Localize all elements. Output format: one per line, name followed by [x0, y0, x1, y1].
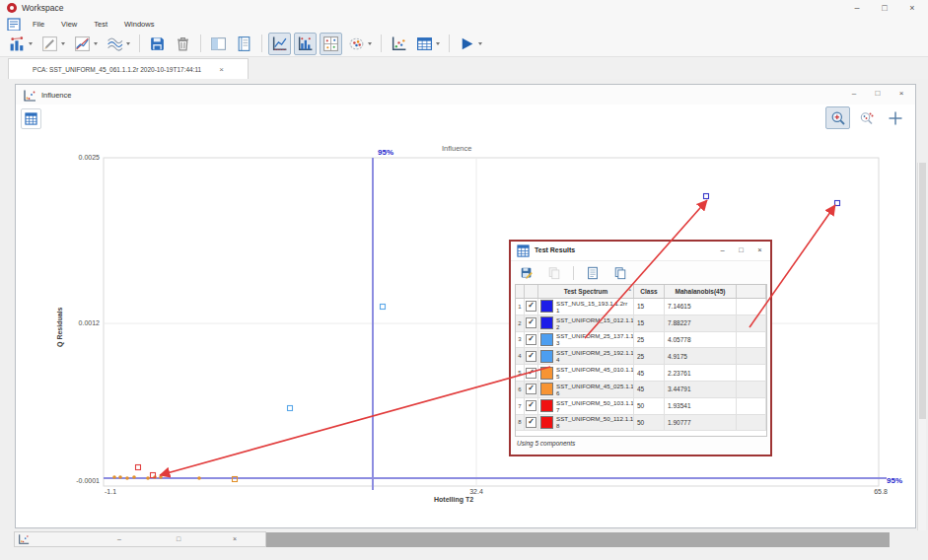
row-checkbox[interactable]: ✓: [526, 368, 536, 379]
scatter-button[interactable]: [388, 33, 410, 55]
table-row[interactable]: 5✓SST_UNIFORM_45_010.1.1.2rr5452.23761: [516, 365, 766, 382]
play-button[interactable]: [456, 33, 485, 55]
row-checkbox[interactable]: ✓: [526, 351, 536, 362]
sort-icon[interactable]: ▴: [628, 286, 631, 292]
table-row[interactable]: 2✓SST_UNIFORM_15_012.1.1.2rr2157.88227: [516, 315, 766, 332]
scatter-icon: [391, 35, 407, 52]
table-row[interactable]: 7✓SST_UNIFORM_50_103.1.1.2rr7501.93541: [516, 398, 766, 415]
menu-file[interactable]: File: [33, 20, 44, 29]
min-window-control-button[interactable]: □: [177, 532, 180, 546]
y-tick-label: 0.0012: [79, 319, 100, 326]
close-button[interactable]: ×: [890, 87, 913, 101]
plot-bars-icon: [297, 35, 314, 52]
row-checkbox[interactable]: ✓: [526, 301, 536, 312]
class-value: 25: [634, 332, 665, 348]
dropdown-caret-icon[interactable]: [436, 42, 440, 45]
plot-bars-button[interactable]: [294, 33, 317, 55]
spectrum-name: SST_NUS_15_193.1.1.2rr1: [556, 300, 627, 314]
row-checkbox[interactable]: ✓: [526, 334, 536, 345]
column-header-class[interactable]: Class: [634, 285, 665, 298]
class-color-swatch: [540, 316, 553, 329]
close-button[interactable]: ×: [750, 244, 769, 256]
column-header-test-spectrum[interactable]: Test Spectrum▴: [538, 285, 634, 298]
zoom-plus-button[interactable]: [825, 106, 850, 129]
column-header-label: Class: [640, 288, 657, 295]
dropdown-caret-icon[interactable]: [126, 42, 130, 45]
empty-cell: [737, 365, 766, 381]
table-row[interactable]: 8✓SST_UNIFORM_50_112.1.1.2rr8501.90777: [516, 415, 766, 432]
menu-bar: FileViewTestWindows: [0, 17, 928, 31]
report-button[interactable]: [583, 263, 603, 283]
row-number: 2: [516, 315, 525, 331]
tab-label: PCA: SST_UNIFORM_45_061.1.1.2r 2020-10-1…: [33, 66, 201, 73]
table-row[interactable]: 3✓SST_UNIFORM_25_137.1.1.2rr3254.05778: [516, 332, 766, 349]
dropdown-caret-icon[interactable]: [61, 42, 65, 45]
table-button[interactable]: [413, 33, 443, 55]
tab-strip: PCA: SST_UNIFORM_45_061.1.1.2r 2020-10-1…: [0, 57, 928, 80]
spectrum-name: SST_UNIFORM_50_103.1.1.2rr7: [556, 399, 634, 413]
row-checkbox[interactable]: ✓: [526, 317, 536, 328]
maximize-button[interactable]: □: [732, 244, 750, 256]
maximize-button[interactable]: □: [866, 87, 890, 101]
min-window-control-button[interactable]: ×: [233, 532, 237, 546]
crosshair-button[interactable]: [883, 106, 907, 129]
class-value: 15: [634, 315, 665, 331]
table-icon: [517, 245, 530, 257]
cluster-button[interactable]: [345, 33, 375, 55]
pencil-button[interactable]: [38, 33, 68, 55]
min-window-control-button[interactable]: –: [117, 532, 121, 546]
mahalanobis-value: 2.23761: [665, 365, 737, 381]
table-header-row: Test Spectrum▴ClassMahalanobis(45): [516, 285, 766, 299]
dropdown-caret-icon[interactable]: [29, 42, 33, 45]
vertical-scrollbar-thumb[interactable]: [919, 163, 926, 419]
menu-test[interactable]: Test: [94, 20, 107, 29]
journal-menu-icon[interactable]: [7, 18, 21, 30]
minimize-button[interactable]: –: [842, 87, 866, 101]
copy-gray-button[interactable]: [544, 263, 564, 283]
spectrum-cell: SST_UNIFORM_50_103.1.1.2rr7: [538, 398, 634, 414]
copy-blue-button[interactable]: [610, 263, 630, 283]
split-panel-button[interactable]: [207, 33, 230, 55]
dropdown-caret-icon[interactable]: [94, 42, 98, 45]
maximize-button[interactable]: □: [871, 1, 898, 15]
table-row[interactable]: 6✓SST_UNIFORM_45_025.1.1.2rr6453.44791: [516, 382, 766, 398]
horizontal-scrollbar[interactable]: [266, 532, 890, 547]
tab-pca[interactable]: PCA: SST_UNIFORM_45_061.1.1.2r 2020-10-1…: [8, 58, 249, 80]
chart-bars-button[interactable]: [6, 33, 36, 55]
journal-button[interactable]: [233, 33, 255, 55]
minimized-window-bar[interactable]: –□×: [14, 531, 266, 547]
row-checkbox[interactable]: ✓: [526, 384, 536, 394]
show-table-button[interactable]: [21, 108, 41, 129]
row-checkbox[interactable]: ✓: [526, 400, 536, 411]
line-chart-button[interactable]: [71, 33, 101, 55]
zoom-points-button[interactable]: [854, 106, 879, 129]
vertical-scrollbar[interactable]: [917, 163, 926, 560]
save-icon: [149, 35, 166, 52]
spectra-button[interactable]: [104, 33, 133, 55]
minimize-button[interactable]: –: [713, 244, 732, 256]
spectrum-cell: SST_UNIFORM_15_012.1.1.2rr2: [538, 315, 634, 331]
dropdown-caret-icon[interactable]: [368, 42, 372, 45]
dropdown-caret-icon[interactable]: [478, 42, 482, 45]
table-row[interactable]: 4✓SST_UNIFORM_25_192.1.1.2rr4254.9175: [516, 348, 766, 365]
menu-view[interactable]: View: [61, 20, 77, 29]
checkbox-cell: ✓: [525, 348, 538, 364]
close-button[interactable]: ×: [898, 1, 926, 15]
class-color-swatch: [540, 333, 553, 346]
menu-windows[interactable]: Windows: [124, 20, 154, 29]
split-panel-icon: [210, 35, 227, 52]
empty-cell: [737, 382, 766, 397]
table-row[interactable]: 1✓SST_NUS_15_193.1.1.2rr1157.14615: [516, 299, 766, 315]
plot-quad-button[interactable]: [320, 33, 342, 55]
trash-button[interactable]: [172, 33, 194, 55]
save-button[interactable]: [146, 33, 169, 55]
influence-title-bar: Influence –□×: [16, 85, 915, 105]
toolbar-separator: [573, 266, 574, 280]
plot-line-button[interactable]: [268, 33, 291, 55]
minimize-button[interactable]: –: [843, 1, 871, 15]
export-edit-button[interactable]: [517, 263, 536, 283]
column-header-mahalanobis-45-[interactable]: Mahalanobis(45): [665, 285, 737, 298]
tab-close-icon[interactable]: ×: [219, 65, 224, 74]
row-checkbox[interactable]: ✓: [526, 417, 536, 428]
class-value: 25: [634, 348, 665, 364]
